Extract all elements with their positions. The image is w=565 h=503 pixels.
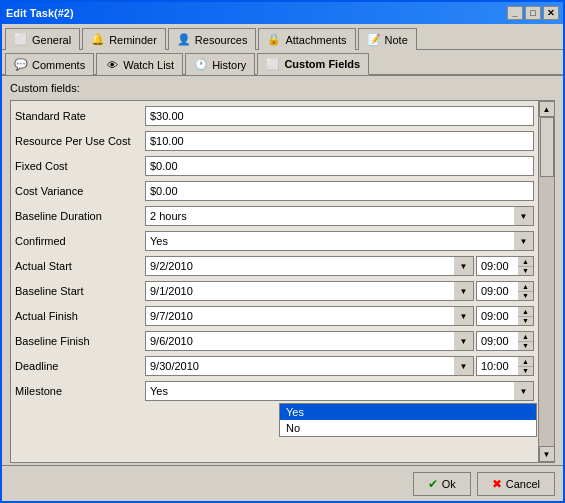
tab-comments[interactable]: 💬 Comments [5,53,94,75]
baseline-finish-wrapper: ▼ ▲ ▼ [145,331,534,351]
cost-variance-input[interactable] [145,181,534,201]
close-button[interactable]: ✕ [543,6,559,20]
actual-start-date-wrapper: ▼ [145,256,474,276]
tab-custom-fields[interactable]: ⬜ Custom Fields [257,53,369,75]
tab-comments-label: Comments [32,59,85,71]
scroll-up-button[interactable]: ▲ [539,101,555,117]
milestone-dropdown-popup: Yes No [279,403,537,437]
standard-rate-label: Standard Rate [15,110,145,122]
minimize-button[interactable]: _ [507,6,523,20]
tab-reminder[interactable]: 🔔 Reminder [82,28,166,50]
resource-per-use-input[interactable] [145,131,534,151]
content-area: Custom fields: Standard Rate Resource Pe… [2,76,563,467]
tab-general[interactable]: ⬜ General [5,28,80,50]
scroll-track[interactable] [539,117,555,446]
actual-finish-time[interactable] [476,306,534,326]
button-bar: ✔ Ok ✖ Cancel [2,465,563,501]
baseline-finish-date-wrapper: ▼ [145,331,474,351]
resources-icon: 👤 [177,33,191,47]
fields-scroll-area[interactable]: Standard Rate Resource Per Use Cost Fixe… [11,101,538,462]
confirmed-wrapper: Yes No ▼ [145,231,534,251]
field-row-milestone: Milestone Yes No ▼ [15,380,534,402]
baseline-finish-time[interactable] [476,331,534,351]
field-row-resource-per-use: Resource Per Use Cost [15,130,534,152]
baseline-finish-time-wrapper: ▲ ▼ [476,331,534,351]
actual-start-label: Actual Start [15,260,145,272]
milestone-wrapper: Yes No ▼ [145,381,534,401]
section-label: Custom fields: [10,82,555,94]
standard-rate-input[interactable] [145,106,534,126]
general-icon: ⬜ [14,33,28,47]
field-row-fixed-cost: Fixed Cost [15,155,534,177]
dropdown-item-no[interactable]: No [280,420,536,436]
actual-finish-label: Actual Finish [15,310,145,322]
field-row-deadline: Deadline ▼ ▲ ▼ [15,355,534,377]
field-row-actual-start: Actual Start ▼ ▲ ▼ [15,255,534,277]
ok-button[interactable]: ✔ Ok [413,472,471,496]
tab-attachments-label: Attachments [285,34,346,46]
fixed-cost-input[interactable] [145,156,534,176]
tab-row-2: 💬 Comments 👁 Watch List 🕐 History ⬜ Cust… [2,50,563,76]
baseline-duration-select[interactable]: 2 hours [145,206,534,226]
window-title: Edit Task(#2) [6,7,74,19]
deadline-time[interactable] [476,356,534,376]
cancel-label: Cancel [506,478,540,490]
tab-attachments[interactable]: 🔒 Attachments [258,28,355,50]
tab-history[interactable]: 🕐 History [185,53,255,75]
tab-history-label: History [212,59,246,71]
actual-start-date[interactable] [145,256,474,276]
deadline-date[interactable] [145,356,474,376]
scroll-down-button[interactable]: ▼ [539,446,555,462]
tab-reminder-label: Reminder [109,34,157,46]
watchlist-icon: 👁 [105,58,119,72]
scroll-thumb[interactable] [540,117,554,177]
field-row-actual-finish: Actual Finish ▼ ▲ ▼ [15,305,534,327]
comments-icon: 💬 [14,58,28,72]
cancel-icon: ✖ [492,477,502,491]
baseline-finish-label: Baseline Finish [15,335,145,347]
field-row-confirmed: Confirmed Yes No ▼ [15,230,534,252]
baseline-duration-label: Baseline Duration [15,210,145,222]
actual-start-time-wrapper: ▲ ▼ [476,256,534,276]
baseline-start-time[interactable] [476,281,534,301]
baseline-finish-date[interactable] [145,331,474,351]
actual-start-wrapper: ▼ ▲ ▼ [145,256,534,276]
fields-container: Standard Rate Resource Per Use Cost Fixe… [10,100,555,463]
deadline-time-wrapper: ▲ ▼ [476,356,534,376]
field-row-baseline-start: Baseline Start ▼ ▲ ▼ [15,280,534,302]
actual-finish-date[interactable] [145,306,474,326]
fixed-cost-label: Fixed Cost [15,160,145,172]
milestone-select[interactable]: Yes No [145,381,534,401]
tab-watchlist-label: Watch List [123,59,174,71]
resource-per-use-label: Resource Per Use Cost [15,135,145,147]
attachments-icon: 🔒 [267,33,281,47]
deadline-label: Deadline [15,360,145,372]
tab-watchlist[interactable]: 👁 Watch List [96,53,183,75]
confirmed-label: Confirmed [15,235,145,247]
tab-note[interactable]: 📝 Note [358,28,417,50]
tab-resources[interactable]: 👤 Resources [168,28,257,50]
baseline-start-date[interactable] [145,281,474,301]
field-row-standard-rate: Standard Rate [15,105,534,127]
tab-general-label: General [32,34,71,46]
reminder-icon: 🔔 [91,33,105,47]
actual-finish-time-wrapper: ▲ ▼ [476,306,534,326]
ok-label: Ok [442,478,456,490]
deadline-wrapper: ▼ ▲ ▼ [145,356,534,376]
cancel-button[interactable]: ✖ Cancel [477,472,555,496]
cost-variance-label: Cost Variance [15,185,145,197]
baseline-start-label: Baseline Start [15,285,145,297]
tab-resources-label: Resources [195,34,248,46]
maximize-button[interactable]: □ [525,6,541,20]
scrollbar: ▲ ▼ [538,101,554,462]
history-icon: 🕐 [194,58,208,72]
dropdown-item-yes[interactable]: Yes [280,404,536,420]
actual-finish-date-wrapper: ▼ [145,306,474,326]
main-window: Edit Task(#2) _ □ ✕ ⬜ General 🔔 Reminder… [0,0,565,503]
custom-fields-icon: ⬜ [266,57,280,71]
actual-finish-wrapper: ▼ ▲ ▼ [145,306,534,326]
deadline-date-wrapper: ▼ [145,356,474,376]
confirmed-select[interactable]: Yes No [145,231,534,251]
actual-start-time[interactable] [476,256,534,276]
baseline-start-time-wrapper: ▲ ▼ [476,281,534,301]
